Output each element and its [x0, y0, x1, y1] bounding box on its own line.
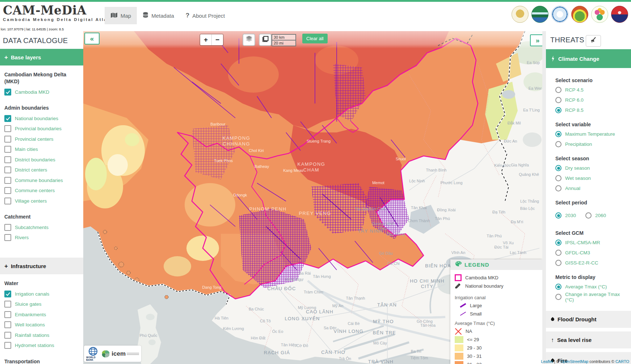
- radio-annual[interactable]: Annual: [555, 185, 629, 192]
- layer-toggle-subcatchments[interactable]: Subcatchments: [4, 223, 80, 231]
- map-label-t-h: Đạ Tẻh: [492, 210, 505, 214]
- radio-button-selected[interactable]: [555, 165, 561, 171]
- checkbox[interactable]: [4, 187, 11, 194]
- clear-all-button[interactable]: Clear all: [302, 34, 328, 43]
- layer-toggle-village-centers[interactable]: Village centers: [4, 197, 80, 205]
- radio-2030[interactable]: 2030: [555, 212, 576, 219]
- checkbox-checked[interactable]: [4, 115, 11, 122]
- radio-precipitation[interactable]: Precipitation: [555, 141, 629, 148]
- layer-toggle-provincial-centers[interactable]: Provincial centers: [4, 135, 80, 143]
- collapse-left-panel-button[interactable]: «: [84, 33, 100, 45]
- radio-rcp-8-5[interactable]: RCP 8.5: [555, 107, 629, 114]
- radio-button[interactable]: [555, 260, 561, 266]
- radio-rcp-6-0[interactable]: RCP 6.0: [555, 97, 629, 103]
- collapse-right-panel-button[interactable]: »: [530, 34, 542, 46]
- map-canvas[interactable]: KAMPONGCHHNANGKAMPONGCHAMPHNOM PENHPREY …: [83, 31, 542, 364]
- layer-toggle-cambodia-mkd[interactable]: Cambodia MKD: [4, 88, 80, 96]
- radio-2060[interactable]: 2060: [585, 212, 606, 219]
- radio-button[interactable]: [585, 212, 592, 219]
- app-subtitle: Cambodia Mekong Delta Digital Atlas: [3, 17, 110, 22]
- checkbox[interactable]: [4, 146, 11, 153]
- radio-button-selected[interactable]: [555, 131, 561, 137]
- checkbox[interactable]: [4, 301, 11, 308]
- radio-change-in-average-tmax-c[interactable]: Change in average Tmax (°C): [555, 293, 629, 300]
- droplet-icon: [550, 317, 555, 322]
- tmax-swatch: [455, 344, 463, 351]
- section-base-layers[interactable]: + Base layers: [0, 49, 83, 65]
- radio-button[interactable]: [555, 294, 561, 300]
- layer-toggle-district-boundaries[interactable]: District boundaries: [4, 156, 80, 164]
- measure-button[interactable]: [259, 34, 272, 46]
- radio-button-selected[interactable]: [555, 284, 561, 290]
- layer-toggle-irrigation-canals[interactable]: Irrigation canals: [4, 290, 80, 298]
- leaflet-link[interactable]: Leaflet: [541, 359, 553, 364]
- zoom-out-button[interactable]: −: [212, 34, 223, 45]
- radio-button[interactable]: [555, 97, 561, 103]
- radio-button-selected[interactable]: [555, 107, 561, 113]
- map-label-c-chi: Củ Chi: [387, 261, 400, 266]
- checkbox[interactable]: [4, 166, 11, 173]
- checkbox[interactable]: [4, 311, 11, 318]
- partner-logo-3[interactable]: [551, 6, 568, 23]
- radio-button[interactable]: [555, 250, 561, 256]
- radio-button[interactable]: [555, 141, 561, 147]
- layer-label: Village centers: [15, 198, 47, 204]
- nav-metadata[interactable]: Metadata: [137, 7, 180, 24]
- threat-flood-drought[interactable]: Flood/ Drought: [546, 311, 631, 328]
- layer-toggle-sluice-gates[interactable]: Sluice gates: [4, 300, 80, 308]
- checkbox[interactable]: [4, 125, 11, 132]
- layer-toggle-rainfall-stations[interactable]: Rainfall stations: [4, 331, 80, 339]
- nav-map[interactable]: Map: [105, 7, 137, 24]
- layers-button[interactable]: [243, 34, 255, 46]
- legend-item-cambodia-mkd: Cambodia MKD: [455, 274, 539, 281]
- checkbox[interactable]: [4, 332, 11, 339]
- layer-toggle-provincial-boundaries[interactable]: Provincial boundaries: [4, 125, 80, 133]
- layer-toggle-hydromet-stations[interactable]: Hydromet stations: [4, 342, 80, 350]
- radio-ipsl-cm5a-mr[interactable]: IPSL-CM5A-MR: [555, 239, 629, 246]
- threats-scrollbar[interactable]: [542, 31, 546, 364]
- layer-toggle-well-locations[interactable]: Well locations: [4, 321, 80, 329]
- section-infrastructure[interactable]: + Infrastructure: [0, 258, 83, 274]
- layer-toggle-commune-centers[interactable]: Commune centers: [4, 187, 80, 195]
- radio-wet-season[interactable]: Wet season: [555, 175, 629, 182]
- checkbox-checked[interactable]: [4, 89, 11, 96]
- partner-logo-1[interactable]: [512, 6, 529, 23]
- threat-sea-level-rise[interactable]: ↑ Sea level rise: [546, 331, 631, 348]
- layer-toggle-commune-boundaries[interactable]: Commune boundaries: [4, 176, 80, 184]
- checkbox[interactable]: [4, 224, 11, 231]
- zoom-in-button[interactable]: +: [200, 34, 212, 45]
- checkbox[interactable]: [4, 342, 11, 349]
- nav-about[interactable]: ? About Project: [180, 7, 231, 24]
- layer-toggle-district-centers[interactable]: District centers: [4, 166, 80, 174]
- partner-logo-6[interactable]: [611, 6, 628, 23]
- layer-toggle-embankments[interactable]: Embankments: [4, 310, 80, 318]
- radio-dry-season[interactable]: Dry season: [555, 165, 629, 172]
- radio-gfdl-cm3[interactable]: GFDL-CM3: [555, 249, 629, 256]
- radio-average-tmax-c[interactable]: Average Tmax (°C): [555, 283, 629, 290]
- checkbox[interactable]: [4, 321, 11, 328]
- radio-button[interactable]: [555, 185, 561, 191]
- checkbox-checked[interactable]: [4, 291, 11, 297]
- radio-button-selected[interactable]: [555, 212, 561, 219]
- layer-toggle-main-cities[interactable]: Main cities: [4, 145, 80, 153]
- partner-logo-2[interactable]: [531, 6, 548, 23]
- layer-toggle-national-boundaries[interactable]: National boundaries: [4, 114, 80, 122]
- radio-rcp-4-5[interactable]: RCP 4.5: [555, 86, 629, 93]
- layer-toggle-rivers[interactable]: Rivers: [4, 234, 80, 242]
- radio-button-selected[interactable]: [555, 240, 561, 246]
- checkbox[interactable]: [4, 136, 11, 143]
- partner-logo-4[interactable]: [571, 6, 588, 23]
- partner-logo-5[interactable]: [591, 6, 608, 23]
- carto-link[interactable]: CARTO: [615, 359, 629, 364]
- checkbox[interactable]: [4, 198, 11, 204]
- checkbox[interactable]: [4, 234, 11, 241]
- radio-button[interactable]: [555, 87, 561, 93]
- threat-climate-change[interactable]: Climate Change: [546, 49, 631, 68]
- radio-button[interactable]: [555, 175, 561, 181]
- checkbox[interactable]: [4, 156, 11, 163]
- clear-threats-button[interactable]: [586, 35, 601, 47]
- osm-link[interactable]: OpenStreetMap: [560, 359, 588, 364]
- radio-giss-e2-r-cc[interactable]: GISS-E2-R-CC: [555, 259, 629, 266]
- radio-maximum-temperature[interactable]: Maximum Temperature: [555, 131, 629, 137]
- checkbox[interactable]: [4, 177, 11, 184]
